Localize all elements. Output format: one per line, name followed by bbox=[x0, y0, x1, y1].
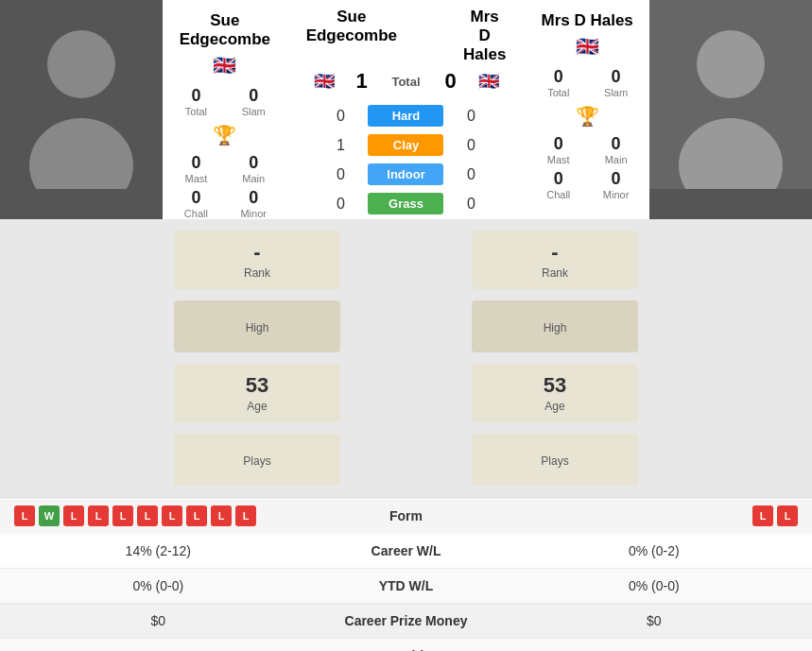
form-left-badge-4: L bbox=[112, 505, 133, 526]
left-cards: - Rank High 53 Age Plays bbox=[163, 227, 352, 489]
ytd-wl-right: 0% (0-0) bbox=[510, 578, 799, 593]
form-right-badge-1: L bbox=[777, 505, 798, 526]
left-rank-card: - Rank bbox=[174, 231, 340, 289]
career-prize-label: Career Prize Money bbox=[302, 613, 510, 628]
right-player-photo bbox=[649, 0, 812, 219]
h2h-hard-badge: Hard bbox=[368, 105, 443, 127]
center-left-name: Sue Edgecombe bbox=[306, 8, 406, 45]
center-right-name: Mrs D Hales bbox=[454, 8, 506, 64]
h2h-grass-right: 0 bbox=[458, 196, 484, 213]
career-prize-right: $0 bbox=[510, 613, 799, 628]
cards-right-spacer bbox=[649, 227, 812, 489]
h2h-grass-left: 0 bbox=[327, 196, 354, 213]
h2h-clay-right: 0 bbox=[458, 137, 484, 154]
h2h-indoor-left: 0 bbox=[327, 166, 354, 183]
h2h-total-right: 0 bbox=[438, 69, 464, 94]
form-label: Form bbox=[350, 508, 463, 523]
left-stat-chall: 0 Chall bbox=[172, 188, 220, 219]
form-left-badge-6: L bbox=[162, 505, 182, 526]
right-trophy-icon: 🏆 bbox=[576, 105, 599, 128]
right-player-name: Mrs D Hales bbox=[534, 11, 640, 30]
form-right-badge-0: L bbox=[752, 505, 773, 526]
ytd-wl-row: 0% (0-0) YTD W/L 0% (0-0) bbox=[0, 569, 812, 604]
left-age-card: 53 Age bbox=[174, 364, 340, 422]
top-section: Sue Edgecombe 🇬🇧 0 Total 0 Slam 🏆 0 Mast… bbox=[0, 0, 812, 219]
right-stat-mast: 0 Mast bbox=[534, 134, 582, 165]
h2h-clay-badge: Clay bbox=[368, 134, 443, 156]
left-flag: 🇬🇧 bbox=[172, 54, 278, 77]
career-prize-row: $0 Career Prize Money $0 bbox=[0, 604, 812, 639]
right-plays-card: Plays bbox=[472, 434, 638, 486]
h2h-total-left: 1 bbox=[349, 69, 375, 94]
cards-center-spacer bbox=[352, 227, 460, 489]
h2h-grass-badge: Grass bbox=[368, 193, 443, 214]
left-stats-grid: 0 Total 0 Slam 🏆 0 Mast 0 Main 0 bbox=[172, 86, 278, 219]
form-left-badge-9: L bbox=[235, 505, 256, 526]
left-player-info: Sue Edgecombe 🇬🇧 0 Total 0 Slam 🏆 0 Mast… bbox=[163, 0, 287, 219]
form-left-badge-3: L bbox=[88, 505, 109, 526]
h2h-clay-left: 1 bbox=[327, 137, 354, 154]
right-stats-grid: 0 Total 0 Slam 🏆 0 Mast 0 Main 0 Chall bbox=[534, 67, 640, 200]
left-stat-main: 0 Main bbox=[230, 153, 278, 184]
right-stat-main: 0 Main bbox=[592, 134, 640, 165]
left-stat-mast: 0 Mast bbox=[172, 153, 220, 184]
center-h2h: Sue Edgecombe Mrs D Hales 🇬🇧 1 Total 0 🇬… bbox=[287, 0, 526, 219]
svg-point-1 bbox=[47, 30, 115, 98]
form-left-badge-5: L bbox=[137, 505, 158, 526]
form-left-badge-7: L bbox=[186, 505, 207, 526]
h2h-clay-row: 1 Clay 0 bbox=[287, 130, 526, 160]
form-left-badge-2: L bbox=[63, 505, 84, 526]
bottom-stats: 14% (2-12) Career W/L 0% (0-2) 0% (0-0) … bbox=[0, 534, 812, 651]
ytd-wl-left: 0% (0-0) bbox=[14, 578, 302, 593]
left-high-card: High bbox=[174, 300, 340, 352]
left-avatar-svg bbox=[0, 0, 163, 189]
h2h-indoor-right: 0 bbox=[458, 166, 484, 183]
left-plays-card: Plays bbox=[174, 434, 340, 486]
h2h-indoor-row: 0 Indoor 0 bbox=[287, 160, 526, 189]
form-left-badges: LWLLLLLLLL bbox=[14, 505, 350, 526]
h2h-total-label: Total bbox=[383, 75, 430, 89]
form-right-badges: LL bbox=[463, 505, 799, 526]
right-flag: 🇬🇧 bbox=[534, 35, 640, 58]
form-section: LWLLLLLLLL Form LL bbox=[0, 497, 812, 534]
left-trophy-icon: 🏆 bbox=[213, 124, 236, 146]
right-cards: - Rank High 53 Age Plays bbox=[460, 227, 649, 489]
career-prize-left: $0 bbox=[14, 613, 302, 628]
main-container: Sue Edgecombe 🇬🇧 0 Total 0 Slam 🏆 0 Mast… bbox=[0, 0, 812, 651]
svg-point-4 bbox=[697, 30, 765, 98]
ytd-wl-label: YTD W/L bbox=[302, 578, 510, 593]
h2h-hard-row: 0 Hard 0 bbox=[287, 101, 526, 130]
right-stat-minor: 0 Minor bbox=[592, 169, 640, 200]
cards-left-spacer bbox=[0, 227, 163, 489]
left-stat-slam: 0 Slam bbox=[230, 86, 278, 117]
h2h-hard-left: 0 bbox=[327, 108, 354, 125]
career-wl-left: 14% (2-12) bbox=[14, 543, 302, 558]
right-rank-card: - Rank bbox=[472, 231, 638, 289]
left-player-name: Sue Edgecombe bbox=[172, 11, 278, 49]
right-age-card: 53 Age bbox=[472, 364, 638, 422]
career-wl-label: Career W/L bbox=[302, 543, 510, 558]
right-high-card: High bbox=[472, 300, 638, 352]
right-stat-chall: 0 Chall bbox=[534, 169, 582, 200]
career-wl-row: 14% (2-12) Career W/L 0% (0-2) bbox=[0, 534, 812, 569]
left-stat-minor: 0 Minor bbox=[230, 188, 278, 219]
left-stat-total: 0 Total bbox=[172, 86, 220, 117]
form-left-badge-1: W bbox=[39, 505, 60, 526]
ytd-titles-row: 0 YTD Titles 0 bbox=[0, 639, 812, 651]
right-avatar-svg bbox=[649, 0, 812, 189]
right-player-info: Mrs D Hales 🇬🇧 0 Total 0 Slam 🏆 0 Mast 0… bbox=[525, 0, 649, 219]
left-player-photo bbox=[0, 0, 163, 219]
cards-section: - Rank High 53 Age Plays - Rank High bbox=[0, 219, 812, 497]
right-stat-total: 0 Total bbox=[534, 67, 582, 98]
right-stat-slam: 0 Slam bbox=[592, 67, 640, 98]
h2h-hard-right: 0 bbox=[458, 108, 484, 125]
form-left-badge-8: L bbox=[211, 505, 232, 526]
h2h-grass-row: 0 Grass 0 bbox=[287, 189, 526, 218]
career-wl-right: 0% (0-2) bbox=[510, 543, 799, 558]
h2h-indoor-badge: Indoor bbox=[368, 163, 443, 185]
form-left-badge-0: L bbox=[14, 505, 35, 526]
